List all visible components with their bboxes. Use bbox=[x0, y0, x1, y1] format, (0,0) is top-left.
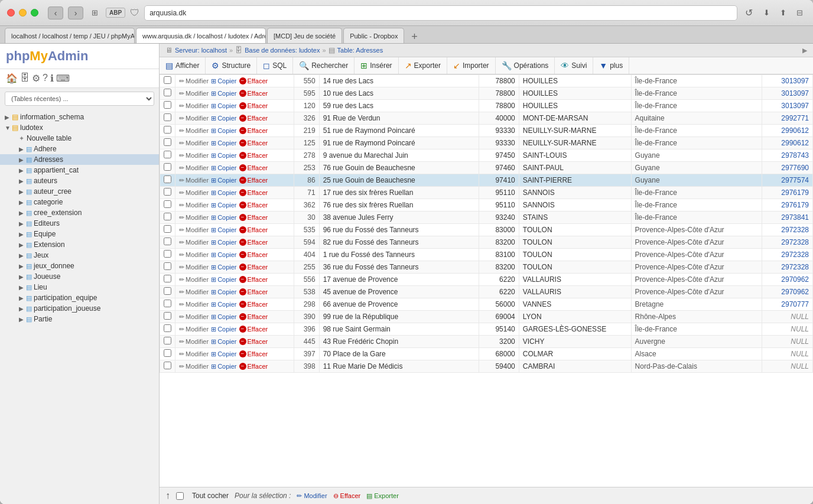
sidebar-item-categorie[interactable]: ▶ ▤ categorie bbox=[0, 197, 159, 207]
copy-button[interactable]: ⊞ Copier bbox=[211, 239, 236, 246]
info-icon[interactable]: ℹ bbox=[50, 73, 54, 84]
collapse-icon[interactable]: ▶ bbox=[802, 47, 807, 54]
delete-button[interactable]: − Effacer bbox=[239, 164, 268, 171]
breadcrumb-table[interactable]: Table: Adresses bbox=[337, 47, 383, 54]
close-button[interactable] bbox=[7, 9, 15, 17]
sidebar-item-lieu[interactable]: ▶ ▤ Lieu bbox=[0, 282, 159, 292]
delete-button[interactable]: − Effacer bbox=[239, 214, 268, 221]
row-checkbox[interactable] bbox=[164, 238, 171, 245]
toolbar-plus[interactable]: ▼ plus bbox=[593, 57, 629, 74]
copy-button[interactable]: ⊞ Copier bbox=[211, 115, 236, 122]
toolbar-structure[interactable]: ⚙ Structure bbox=[206, 57, 257, 74]
copy-button[interactable]: ⊞ Copier bbox=[211, 338, 236, 346]
copy-button[interactable]: ⊞ Copier bbox=[211, 201, 236, 209]
delete-button[interactable]: − Effacer bbox=[239, 326, 268, 333]
sidebar-item-nouvelle-table[interactable]: ✦ Nouvelle table bbox=[0, 133, 159, 144]
bottom-modify-button[interactable]: ✏ Modifier bbox=[297, 492, 327, 500]
delete-button[interactable]: − Effacer bbox=[239, 363, 268, 370]
share-button[interactable]: ⬆ bbox=[776, 6, 789, 19]
edit-button[interactable]: ✏ Modifier bbox=[179, 201, 209, 209]
edit-button[interactable]: ✏ Modifier bbox=[179, 90, 209, 97]
row-checkbox[interactable] bbox=[164, 151, 171, 158]
breadcrumb-server[interactable]: Serveur: localhost bbox=[175, 47, 227, 54]
delete-button[interactable]: − Effacer bbox=[239, 226, 268, 233]
breadcrumb-database[interactable]: Base de données: ludotex bbox=[245, 47, 320, 54]
row-checkbox[interactable] bbox=[164, 349, 171, 357]
copy-button[interactable]: ⊞ Copier bbox=[211, 288, 236, 296]
back-button[interactable]: ‹ bbox=[48, 6, 63, 19]
row-checkbox[interactable] bbox=[164, 76, 171, 84]
edit-button[interactable]: ✏ Modifier bbox=[179, 127, 209, 135]
row-checkbox[interactable] bbox=[164, 300, 171, 307]
copy-button[interactable]: ⊞ Copier bbox=[211, 152, 236, 160]
tab-localhost[interactable]: localhost / localhost / temp / JEU / php… bbox=[5, 28, 135, 43]
row-checkbox[interactable] bbox=[164, 101, 171, 109]
tab-add-button[interactable]: + bbox=[408, 30, 421, 43]
sidebar-item-information-schema[interactable]: ▶ ▤ information_schema bbox=[0, 112, 159, 122]
delete-button[interactable]: − Effacer bbox=[239, 201, 268, 209]
toolbar-exporter[interactable]: ↗ Exporter bbox=[399, 57, 447, 74]
delete-button[interactable]: − Effacer bbox=[239, 102, 268, 109]
edit-button[interactable]: ✏ Modifier bbox=[179, 102, 209, 110]
recent-tables-select[interactable]: (Tables récentes) ... bbox=[5, 92, 154, 106]
toolbar-sql[interactable]: ◻ SQL bbox=[257, 57, 293, 74]
sidebar-item-jeux[interactable]: ▶ ▤ Jeux bbox=[0, 250, 159, 261]
delete-button[interactable]: − Effacer bbox=[239, 177, 268, 184]
copy-button[interactable]: ⊞ Copier bbox=[211, 177, 236, 184]
edit-button[interactable]: ✏ Modifier bbox=[179, 350, 209, 358]
edit-button[interactable]: ✏ Modifier bbox=[179, 115, 209, 122]
row-checkbox[interactable] bbox=[164, 113, 171, 121]
copy-button[interactable]: ⊞ Copier bbox=[211, 90, 236, 97]
row-checkbox[interactable] bbox=[164, 225, 171, 233]
edit-button[interactable]: ✏ Modifier bbox=[179, 239, 209, 246]
edit-button[interactable]: ✏ Modifier bbox=[179, 288, 209, 296]
row-checkbox[interactable] bbox=[164, 138, 171, 146]
console-icon[interactable]: ⌨ bbox=[56, 73, 70, 84]
edit-button[interactable]: ✏ Modifier bbox=[179, 363, 209, 370]
copy-button[interactable]: ⊞ Copier bbox=[211, 77, 236, 85]
delete-button[interactable]: − Effacer bbox=[239, 288, 268, 295]
copy-button[interactable]: ⊞ Copier bbox=[211, 214, 236, 222]
delete-button[interactable]: − Effacer bbox=[239, 90, 268, 97]
maximize-button[interactable] bbox=[31, 9, 38, 17]
row-checkbox[interactable] bbox=[164, 126, 171, 134]
row-checkbox[interactable] bbox=[164, 89, 171, 96]
row-checkbox[interactable] bbox=[164, 312, 171, 320]
row-checkbox[interactable] bbox=[164, 262, 171, 270]
edit-button[interactable]: ✏ Modifier bbox=[179, 264, 209, 271]
sidebar-item-adhere[interactable]: ▶ ▤ Adhere bbox=[0, 144, 159, 154]
delete-button[interactable]: − Effacer bbox=[239, 313, 268, 320]
row-checkbox[interactable] bbox=[164, 163, 171, 171]
copy-button[interactable]: ⊞ Copier bbox=[211, 139, 236, 147]
row-checkbox[interactable] bbox=[164, 362, 171, 369]
toolbar-suivi[interactable]: 👁 Suivi bbox=[555, 57, 593, 74]
sidebar-item-equipe[interactable]: ▶ ▤ Equipe bbox=[0, 229, 159, 239]
delete-button[interactable]: − Effacer bbox=[239, 139, 268, 147]
edit-button[interactable]: ✏ Modifier bbox=[179, 164, 209, 172]
bottom-delete-button[interactable]: ⊖ Effacer bbox=[333, 492, 361, 500]
copy-button[interactable]: ⊞ Copier bbox=[211, 350, 236, 358]
delete-button[interactable]: − Effacer bbox=[239, 301, 268, 308]
sidebar-item-adresses[interactable]: ▶ ▤ Adresses bbox=[0, 154, 159, 165]
copy-button[interactable]: ⊞ Copier bbox=[211, 102, 236, 110]
edit-button[interactable]: ✏ Modifier bbox=[179, 189, 209, 197]
copy-button[interactable]: ⊞ Copier bbox=[211, 276, 236, 284]
copy-button[interactable]: ⊞ Copier bbox=[211, 301, 236, 308]
edit-button[interactable]: ✏ Modifier bbox=[179, 77, 209, 85]
delete-button[interactable]: − Effacer bbox=[239, 127, 268, 134]
view-button[interactable]: ⊞ bbox=[88, 6, 101, 19]
scroll-top-arrow[interactable]: ↑ bbox=[165, 490, 170, 501]
edit-button[interactable]: ✏ Modifier bbox=[179, 177, 209, 184]
bottom-export-button[interactable]: ▤ Exporter bbox=[366, 492, 399, 500]
toolbar-afficher[interactable]: ▤ Afficher bbox=[160, 57, 206, 74]
edit-button[interactable]: ✏ Modifier bbox=[179, 152, 209, 160]
home-icon[interactable]: 🏠 bbox=[6, 73, 18, 84]
sidebar-item-auteur-cree[interactable]: ▶ ▤ auteur_cree bbox=[0, 186, 159, 197]
toolbar-inserer[interactable]: ⊞ Insérer bbox=[355, 57, 398, 74]
edit-button[interactable]: ✏ Modifier bbox=[179, 139, 209, 147]
sidebar-item-editeurs[interactable]: ▶ ▤ Editeurs bbox=[0, 218, 159, 229]
sidebar-item-cree-extension[interactable]: ▶ ▤ cree_extension bbox=[0, 207, 159, 218]
delete-button[interactable]: − Effacer bbox=[239, 189, 268, 196]
edit-button[interactable]: ✏ Modifier bbox=[179, 301, 209, 308]
edit-button[interactable]: ✏ Modifier bbox=[179, 276, 209, 284]
